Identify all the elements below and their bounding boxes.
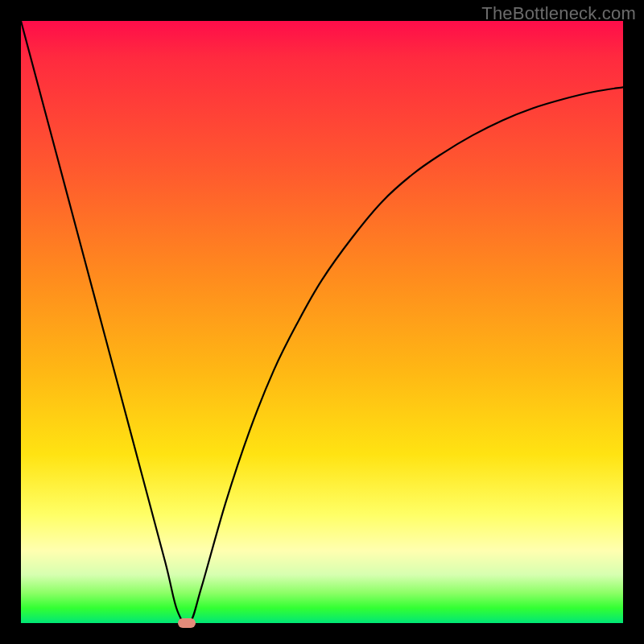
minimum-marker bbox=[178, 618, 196, 628]
bottleneck-curve bbox=[21, 21, 623, 623]
plot-area bbox=[21, 21, 623, 623]
chart-frame: TheBottleneck.com bbox=[0, 0, 644, 644]
watermark-text: TheBottleneck.com bbox=[481, 3, 636, 24]
